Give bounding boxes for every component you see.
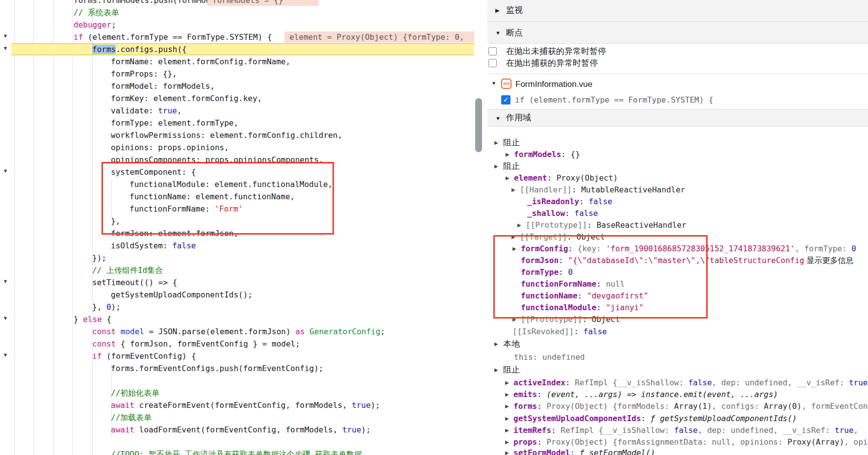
code-line[interactable]: functionalModule: element.functionalModu… [0,178,474,190]
code-line[interactable]: formProps: {}, [0,68,474,80]
disclosure-triangle-icon[interactable]: ▶ [494,364,498,376]
code-line[interactable]: formType: element.formType, [0,117,474,129]
disclosure-triangle-icon[interactable]: ▶ [511,184,515,196]
disclosure-triangle-icon[interactable]: ▶ [494,160,498,172]
code-line[interactable]: }, [0,215,474,227]
breakpoint-file-group[interactable]: ▼ <> FormInformation.vue [487,78,868,91]
disclosure-triangle-icon[interactable]: ▶ [505,400,509,412]
code-line[interactable]: const { formJson, formEventConfig } = mo… [0,338,474,350]
code-line[interactable]: validate: true, [0,105,474,117]
disclosure-triangle-icon[interactable]: ▶ [517,219,521,231]
code-line[interactable]: opinionsComponents: props.opinionsCompon… [0,154,474,166]
scope-row[interactable]: ▶[[Handler]]: MutableReactiveHandler [487,184,868,196]
disclosure-triangle-icon[interactable]: ▶ [512,242,516,255]
pause-uncaught-checkbox[interactable] [488,47,497,55]
disclosure-triangle-icon[interactable]: ▶ [505,447,509,455]
code-line[interactable]: formKey: element.formConfig.key, [0,92,474,105]
disclosure-triangle-icon[interactable]: ▶ [506,148,510,161]
code-line[interactable]: //初始化表单 [0,387,474,399]
scope-row[interactable]: this: undefined [487,351,868,363]
scope-row[interactable]: ▶element: Proxy(Object) [487,172,868,184]
code-line[interactable]: const model = JSON.parse(element.formJso… [0,325,474,338]
scope-row[interactable]: _isReadonly: false [487,195,868,208]
collapse-down-icon[interactable]: ▼ [491,80,496,86]
disclosure-triangle-icon[interactable]: ▶ [505,424,509,436]
code-line[interactable]: setTimeout(() => { [0,276,474,289]
code-fold-icon[interactable]: ▼ [2,352,9,358]
source-editor[interactable]: forms.formModels.push(formModels);formMo… [0,0,474,455]
scope-row[interactable]: formJson: "{\"databaseId\":\"master\",\"… [487,254,868,267]
scope-row[interactable]: ▶阻止 [487,160,868,172]
scope-row[interactable]: ▶itemRefs: RefImpl {__v_isShallow: false… [487,424,868,436]
pause-caught-exceptions-row[interactable]: 在抛出捕获的异常时暂停 [487,58,868,70]
scope-row[interactable]: functionalModule: "jianyi" [487,301,868,314]
collapse-down-icon[interactable]: ▼ [495,30,501,36]
code-line[interactable]: workflowPermissions: element.formConfig.… [0,129,474,141]
scope-row[interactable]: ▶forms: Proxy(Object) {formModels: Array… [487,400,868,412]
code-fold-icon[interactable]: ▼ [2,33,9,39]
collapse-down-icon[interactable]: ▼ [495,115,501,121]
scope-row[interactable]: ▶本地 [487,338,868,350]
scope-row[interactable]: ▶[[Target]]: Object [487,231,868,243]
scope-row[interactable]: functionName: "devgaofirst" [487,290,868,302]
code-line[interactable]: // 系统表单 [0,6,474,19]
scope-row[interactable]: ▶formConfig: {key: 'form_190016868572830… [487,242,868,255]
code-line[interactable]: await loadFormEvent(formEventConfig, for… [0,424,474,436]
code-line[interactable]: formJson: element.formJson, [0,227,474,240]
scope-row[interactable]: ▶[[Prototype]]: Object [487,313,868,325]
code-line[interactable]: debugger; [0,19,474,31]
code-fold-icon[interactable]: ▼ [2,278,9,284]
disclosure-triangle-icon[interactable]: ▶ [512,313,516,325]
breakpoint-enabled-checkbox[interactable]: ✓ [501,95,511,105]
disclosure-triangle-icon[interactable]: ▶ [505,412,509,425]
code-line[interactable]: forms.formEventConfigs.push(formEventCon… [0,362,474,375]
code-line[interactable]: if (formEventConfig) { [0,350,474,362]
code-line[interactable]: forms.formModels.push(formModels);formMo… [0,0,474,6]
breakpoint-entry[interactable]: ✓ if (element.formType == FormType.SYSTE… [487,94,868,107]
pause-caught-checkbox[interactable] [488,59,497,67]
code-line[interactable]: //TODO: 暂不放开 工作流涉及有获取表单数据这个步骤 获取表单数据 [0,448,474,455]
execution-line[interactable]: forms.configs.push({ [11,43,474,55]
scope-row[interactable]: ▶阻止 [487,364,868,376]
code-line[interactable]: isOldSystem: false [0,240,474,252]
scope-row[interactable]: ▶setFormModel: ƒ setFormModel() [487,447,868,455]
code-fold-icon[interactable]: ▼ [2,315,9,321]
scope-row[interactable]: _shallow: false [487,207,868,219]
code-line[interactable]: systemComponent: { [0,166,474,178]
pause-uncaught-exceptions-row[interactable]: 在抛出未捕获的异常时暂停 [487,46,868,58]
scope-row[interactable]: functionFormName: null [487,278,868,290]
disclosure-triangle-icon[interactable]: ▶ [506,172,510,184]
code-line[interactable]: opinions: props.opinions, [0,141,474,154]
code-line[interactable]: await createFormEvent(formEventConfig, f… [0,399,474,411]
scope-row[interactable]: ▶阻止 [487,136,868,149]
code-fold-icon[interactable]: ▼ [2,45,9,51]
editor-vertical-scrollbar[interactable] [475,98,482,152]
code-line[interactable]: formName: element.formConfig.formName, [0,55,474,68]
code-line[interactable]: if (element.formType == FormType.SYSTEM)… [0,31,474,43]
code-line[interactable]: //加载表单 [0,411,474,424]
code-line[interactable]: }); [0,252,474,264]
watch-section-header[interactable]: ▶ 监视 [487,0,868,21]
collapse-right-icon[interactable]: ▶ [495,7,499,14]
scope-row[interactable]: formType: 0 [487,266,868,278]
breakpoints-section-header[interactable]: ▼ 断点 [487,21,868,43]
scope-row[interactable]: ▶activeIndex: RefImpl {__v_isShallow: fa… [487,376,868,389]
code-line[interactable]: getSystemUploadComponentIds(); [0,289,474,301]
scope-section-header[interactable]: ▼ 作用域 [487,109,868,127]
disclosure-triangle-icon[interactable]: ▶ [494,338,498,350]
disclosure-triangle-icon[interactable]: ▶ [511,231,515,243]
scope-row[interactable]: [[IsRevoked]]: false [487,325,868,338]
code-line[interactable]: functionFormName: 'Form' [0,203,474,215]
code-line[interactable]: functionName: element.functionName, [0,190,474,203]
code-line[interactable]: formModel: formModels, [0,80,474,92]
scope-row[interactable]: ▶[[Prototype]]: BaseReactiveHandler [487,219,868,231]
disclosure-triangle-icon[interactable]: ▶ [505,376,509,389]
scope-row[interactable]: ▶getSystemUploadComponentIds: ƒ getSyste… [487,412,868,425]
disclosure-triangle-icon[interactable]: ▶ [494,136,498,149]
code-line[interactable]: } else { [0,313,474,325]
disclosure-triangle-icon[interactable]: ▶ [505,388,509,401]
scope-row[interactable]: ▶emits: (event, ...args) => instance.emi… [487,388,868,401]
code-line[interactable]: }, 0); [0,301,474,313]
code-fold-icon[interactable]: ▼ [2,168,9,174]
scope-row[interactable]: ▶formModels: {} [487,148,868,161]
